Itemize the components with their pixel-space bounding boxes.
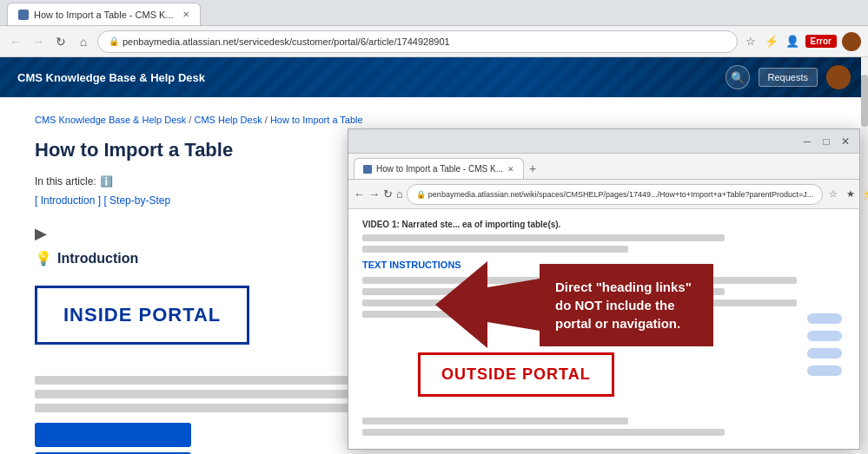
outside-portal-label: OUTSIDE PORTAL (441, 365, 591, 383)
inner-star-icon[interactable]: ☆ (826, 188, 840, 201)
extensions-icon[interactable]: ⚡ (764, 34, 779, 49)
cms-logo: CMS Knowledge Base & Help Desk (17, 71, 205, 84)
close-button[interactable]: ✕ (838, 135, 852, 148)
inner-url-text: penbaymedia.atlassian.net/wiki/spaces/CM… (428, 190, 814, 199)
refresh-button[interactable]: ↻ (52, 33, 70, 50)
section-title-text: Introduction (57, 251, 138, 266)
inner-bookmark-icon[interactable]: ★ (844, 188, 858, 201)
inner-bottom-blur-1 (362, 418, 628, 424)
video-label-text: VIDEO 1: Narrated ste... (362, 220, 460, 229)
cms-search-button[interactable]: 🔍 (726, 65, 750, 89)
inner-lock-icon: 🔒 (416, 190, 426, 199)
forward-button[interactable]: → (30, 33, 47, 50)
inner-blur-1 (362, 234, 725, 241)
outer-tab-bar: How to Import a Table - CMS K... ✕ (0, 0, 868, 26)
dot-2 (807, 331, 842, 341)
inner-tab-title: How to Import a Table - CMS K... (376, 164, 503, 174)
outer-tab[interactable]: How to Import a Table - CMS K... ✕ (7, 3, 201, 25)
inner-back-button[interactable]: ← (354, 187, 365, 202)
star-icon[interactable]: ☆ (743, 34, 759, 49)
inner-toolbar-icons: ☆ ★ ⚡ 👤 ⋮ (826, 188, 868, 201)
outside-portal-box: OUTSIDE PORTAL (418, 352, 614, 397)
outer-toolbar: ← → ↻ ⌂ 🔒 penbaymedia.atlassian.net/serv… (0, 26, 868, 57)
scrollbar-thumb[interactable] (861, 75, 868, 127)
dot-4 (807, 365, 842, 376)
info-icon: ℹ️ (100, 175, 113, 188)
breadcrumb: CMS Knowledge Base & Help Desk / CMS Hel… (35, 115, 833, 125)
in-article-text: In this article: (35, 175, 96, 188)
inner-bottom-rows (362, 418, 845, 440)
breadcrumb-sep1: / (189, 115, 191, 125)
inner-blur-2 (362, 246, 628, 253)
back-button[interactable]: ← (7, 33, 24, 50)
inner-page-content: VIDEO 1: Narrated ste... ea of importing… (348, 209, 859, 449)
minimize-button[interactable]: ─ (800, 135, 814, 148)
profile-icon[interactable]: 👤 (785, 34, 800, 49)
breadcrumb-part3[interactable]: How to Import a Table (270, 115, 363, 125)
maximize-button[interactable]: □ (819, 135, 833, 148)
new-tab-button[interactable]: + (524, 158, 541, 179)
url-text: penbaymedia.atlassian.net/servicedesk/cu… (123, 36, 450, 47)
scrollbar-track[interactable] (861, 57, 868, 454)
dot-3 (807, 348, 842, 359)
inner-tab[interactable]: How to Import a Table - CMS K... ✕ (354, 158, 524, 179)
cms-user-avatar[interactable] (826, 65, 851, 89)
cms-nav-right: 🔍 Requests (726, 65, 851, 89)
breadcrumb-sep2: / (265, 115, 268, 125)
svg-marker-0 (435, 261, 540, 348)
inner-titlebar: ─ □ ✕ (348, 129, 859, 154)
inner-extensions-icon[interactable]: ⚡ (861, 188, 868, 201)
inner-tab-bar: How to Import a Table - CMS K... ✕ + (348, 154, 859, 180)
home-button[interactable]: ⌂ (75, 33, 92, 50)
red-arrow-icon (435, 261, 540, 348)
inside-portal-box: INSIDE PORTAL (35, 286, 249, 345)
arrow-callout: Direct "heading links"do NOT include the… (435, 261, 765, 348)
breadcrumb-part2[interactable]: CMS Help Desk (194, 115, 262, 125)
video-suffix-text: ea of importing table(s). (462, 220, 560, 229)
tab-close-icon[interactable]: ✕ (182, 10, 189, 19)
breadcrumb-part1[interactable]: CMS Knowledge Base & Help Desk (35, 115, 186, 125)
error-badge: Error (805, 35, 837, 48)
inner-forward-button[interactable]: → (368, 187, 380, 202)
video-label: VIDEO 1: Narrated ste... ea of importing… (362, 220, 845, 229)
blue-buttons (35, 423, 191, 454)
inner-bottom-blur-2 (362, 429, 725, 436)
inner-browser: ─ □ ✕ How to Import a Table - CMS K... ✕… (348, 128, 860, 450)
dot-1 (807, 313, 842, 324)
inner-tab-favicon (363, 165, 372, 174)
lock-icon: 🔒 (109, 36, 119, 46)
inner-home-button[interactable]: ⌂ (396, 187, 403, 202)
inner-refresh-button[interactable]: ↻ (383, 187, 393, 202)
section-emoji: 💡 (35, 250, 52, 266)
inner-address-bar[interactable]: 🔒 penbaymedia.atlassian.net/wiki/spaces/… (407, 184, 824, 205)
callout-box: Direct "heading links"do NOT include the… (540, 264, 713, 346)
blue-button-1 (35, 423, 191, 447)
address-bar[interactable]: 🔒 penbaymedia.atlassian.net/servicedesk/… (97, 30, 738, 53)
cms-topnav: CMS Knowledge Base & Help Desk 🔍 Request… (0, 57, 868, 97)
cms-requests-button[interactable]: Requests (759, 68, 818, 87)
toolbar-icons: ☆ ⚡ 👤 Error (743, 32, 861, 51)
callout-text: Direct "heading links"do NOT include the… (555, 280, 692, 331)
tab-title: How to Import a Table - CMS K... (34, 10, 174, 20)
inside-portal-label: INSIDE PORTAL (63, 304, 221, 326)
inner-toolbar: ← → ↻ ⌂ 🔒 penbaymedia.atlassian.net/wiki… (348, 180, 859, 209)
inner-tab-close-icon[interactable]: ✕ (507, 165, 514, 174)
user-avatar[interactable] (842, 32, 861, 51)
dot-cluster (807, 313, 842, 376)
tab-favicon (18, 10, 29, 20)
